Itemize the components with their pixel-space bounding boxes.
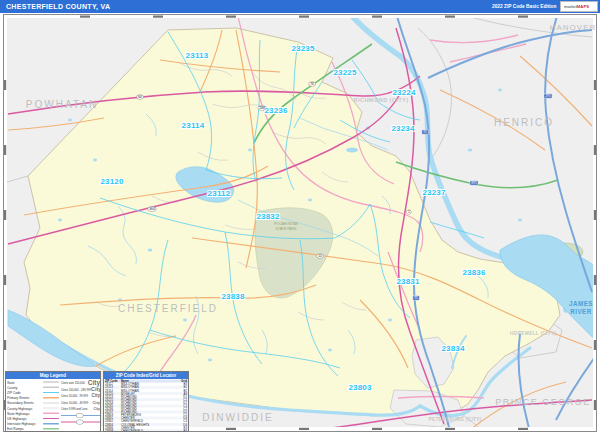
zip-table-row: 23838CHESTERFIELDB4 — [104, 429, 188, 432]
edition-label: 2022 ZIP Code Basic Edition — [492, 3, 556, 11]
legend-line-sample — [43, 381, 59, 382]
map-title: CHESTERFIELD COUNTY, VA — [6, 3, 110, 10]
legend-line-sample — [43, 397, 59, 398]
legend-line-sample — [43, 418, 59, 419]
map-page: 2311323235232252322423234232362311423120… — [0, 0, 600, 435]
legend-line-sample — [43, 402, 59, 403]
legend-city-label: Cities over 250,000 — [61, 381, 85, 384]
legend-city-label: Cities 100,000 - 249,999 — [61, 388, 91, 391]
legend-row: Exit Ramps — [7, 426, 59, 431]
map-legend: Map Legend StateCountyZIP CodePrimary St… — [5, 371, 101, 432]
legend-line-sample — [43, 407, 59, 408]
legend-item-label: US Highways — [7, 417, 43, 421]
legend-city-label: Cities 50,000 - 99,999 — [61, 394, 88, 397]
title-bar: CHESTERFIELD COUNTY, VA 2022 ZIP Code Ba… — [0, 0, 600, 13]
zip-table-title: ZIP Code Index/Grid Locator — [104, 372, 188, 379]
legend-line-items: StateCountyZIP CodePrimary StreetsSecond… — [7, 380, 59, 432]
legend-title: Map Legend — [6, 372, 100, 379]
zip-table-body: 23112MIDLOTHIANB323113MIDLOTHIANB123114M… — [104, 383, 188, 432]
legend-city-label: Cities 10,000 - 49,999 — [61, 401, 88, 404]
legend-line-sample — [43, 413, 59, 414]
legend-line-sample — [43, 392, 59, 393]
legend-city-sample: City — [91, 387, 101, 393]
legend-city-label: Cities 9,999 and Less — [61, 407, 87, 410]
logo-text: marketMAPS — [564, 4, 589, 9]
legend-line-sample — [43, 423, 59, 424]
legend-line-sample — [43, 387, 59, 388]
legend-item-label: County — [7, 386, 43, 390]
legend-item-label: Secondary Streets — [7, 401, 43, 405]
legend-item-label: Exit Ramps — [7, 427, 43, 431]
legend-city-items: Cities over 250,000CityCities 100,000 - … — [61, 380, 100, 413]
zip-table-cell: B4 — [179, 429, 188, 432]
us-route-shield-sample — [61, 419, 100, 426]
zip-table-cell: CHESTERFIELD — [121, 429, 179, 432]
legend-city-sample: City — [92, 400, 100, 404]
legend-city-sample: City — [91, 394, 100, 399]
legend-item-label: State — [7, 380, 43, 384]
zip-index-table: ZIP Code Index/Grid Locator ZIP CodeName… — [103, 371, 189, 432]
zip-table-cell: 23838 — [104, 429, 121, 432]
legend-item-label: Primary Streets — [7, 396, 43, 400]
legend-city-sample: City — [93, 407, 100, 411]
map-graphic — [0, 0, 600, 435]
legend-item-label: Interstate Highways — [7, 422, 43, 426]
publisher-logo: marketMAPS — [560, 1, 598, 12]
zip-table-title-bar: ZIP Code Index/Grid Locator — [104, 372, 188, 379]
legend-line-sample — [43, 428, 59, 429]
legend-route-samples — [61, 412, 100, 425]
legend-item-label: County Highways — [7, 406, 43, 410]
legend-title-bar: Map Legend — [6, 372, 100, 379]
legend-item-label: ZIP Code — [7, 391, 43, 395]
legend-item-label: State Highways — [7, 412, 43, 416]
